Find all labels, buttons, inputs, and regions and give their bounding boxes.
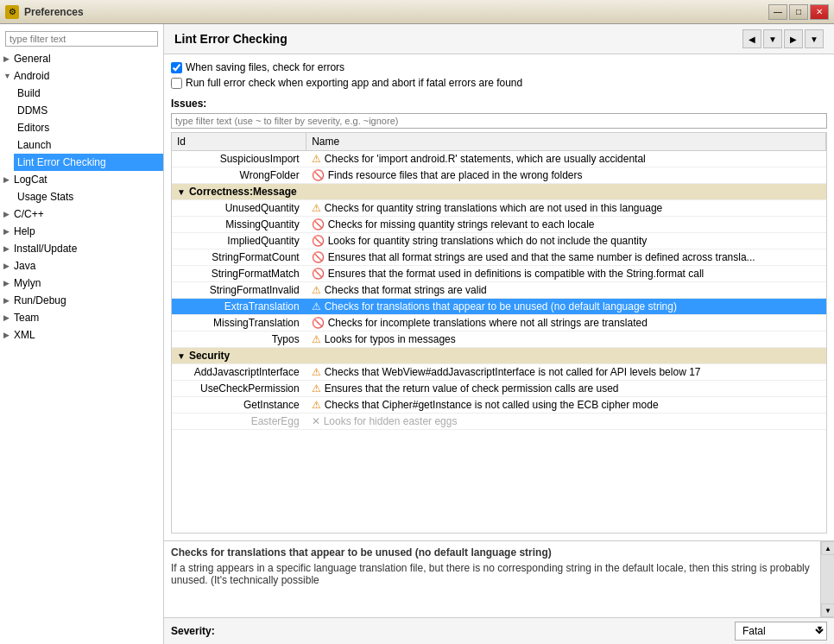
rundebug-arrow: ▶	[3, 296, 14, 305]
name-text: Finds resource files that are placed in …	[328, 169, 583, 181]
maximize-button[interactable]: □	[789, 4, 808, 20]
table-row[interactable]: StringFormatMatch🚫Ensures that the forma…	[172, 266, 826, 282]
table-row[interactable]: GetInstance⚠Checks that Cipher#getInstan…	[172, 397, 826, 414]
warn-icon: ⚠	[312, 399, 321, 411]
error-icon: 🚫	[312, 268, 325, 280]
table-row[interactable]: SuspiciousImport⚠Checks for 'import andr…	[172, 151, 826, 167]
error-icon: 🚫	[312, 317, 325, 329]
col-id-header: Id	[172, 133, 306, 151]
issues-filter-input[interactable]	[171, 113, 827, 129]
minimize-button[interactable]: —	[768, 4, 787, 20]
warn-icon: ⚠	[312, 202, 321, 214]
sidebar-filter-box	[0, 28, 163, 50]
table-row[interactable]: ▼Correctness:Message	[172, 184, 826, 200]
bottom-controls-row: Severity: Fatal Error Warning Informatio…	[164, 617, 834, 644]
table-row[interactable]: AddJavascriptInterface⚠Checks that WebVi…	[172, 364, 826, 381]
table-row[interactable]: Typos⚠Looks for typos in messages	[172, 331, 826, 348]
sidebar-label-help: Help	[14, 225, 35, 237]
java-arrow: ▶	[3, 262, 14, 270]
cell-id: UnusedQuantity	[172, 200, 306, 217]
name-text: Checks for missing quantity strings rele…	[328, 218, 595, 230]
checkbox-export-row: Run full error check when exporting app …	[171, 77, 827, 89]
sidebar-item-android[interactable]: ▼ Android	[0, 67, 163, 85]
bottom-desc-text: Checks for translations that appear to b…	[171, 546, 813, 559]
sidebar-label-general: General	[14, 53, 51, 65]
back-button[interactable]: ◀	[742, 29, 761, 48]
sidebar-label-launch: Launch	[17, 139, 51, 151]
sidebar-item-xml[interactable]: ▶ XML	[0, 326, 163, 344]
table-row[interactable]: StringFormatCount🚫Ensures that all forma…	[172, 249, 826, 266]
cell-name: 🚫Checks for incomplete translations wher…	[306, 315, 826, 331]
titlebar: ⚙ Preferences — □ ✕	[0, 0, 834, 24]
table-row[interactable]: ▼Security	[172, 348, 826, 364]
sidebar-item-help[interactable]: ▶ Help	[0, 223, 163, 240]
sidebar-label-team: Team	[14, 312, 39, 324]
sidebar-item-editors[interactable]: Editors	[14, 119, 163, 136]
table-row[interactable]: WrongFolder🚫Finds resource files that ar…	[172, 167, 826, 184]
bottom-panel: Checks for translations that appear to b…	[164, 540, 834, 644]
severity-select[interactable]: Fatal Error Warning Information Ignore	[735, 622, 827, 641]
sidebar-item-ddms[interactable]: DDMS	[14, 102, 163, 119]
sidebar-item-java[interactable]: ▶ Java	[0, 257, 163, 275]
checkbox-export-label: Run full error check when exporting app …	[186, 77, 522, 89]
sidebar-label-build: Build	[17, 87, 41, 99]
sidebar-label-ddms: DDMS	[17, 104, 47, 117]
sidebar-label-lint: Lint Error Checking	[17, 156, 106, 168]
sidebar-item-rundebug[interactable]: ▶ Run/Debug	[0, 292, 163, 309]
sidebar-label-editors: Editors	[17, 122, 49, 134]
table-row[interactable]: StringFormatInvalid⚠Checks that format s…	[172, 282, 826, 299]
sidebar: ▶ General ▼ Android Build DDMS	[0, 24, 164, 644]
checkbox-save[interactable]	[171, 62, 182, 73]
sidebar-item-lint[interactable]: Lint Error Checking	[14, 154, 163, 171]
close-button[interactable]: ✕	[810, 4, 829, 20]
sidebar-item-general[interactable]: ▶ General	[0, 50, 163, 67]
sidebar-item-build[interactable]: Build	[14, 85, 163, 102]
cell-id: StringFormatCount	[172, 249, 306, 266]
cell-id: ExtraTranslation	[172, 299, 306, 315]
sidebar-item-mylyn[interactable]: ▶ Mylyn	[0, 275, 163, 292]
sidebar-label-usagestats: Usage Stats	[17, 191, 73, 203]
cell-name: 🚫Looks for quantity string translations …	[306, 233, 826, 249]
table-row[interactable]: MissingQuantity🚫Checks for missing quant…	[172, 217, 826, 233]
cell-id: EasterEgg	[172, 414, 306, 430]
sidebar-item-logcat[interactable]: ▶ LogCat	[0, 171, 163, 188]
table-row[interactable]: MissingTranslation🚫Checks for incomplete…	[172, 315, 826, 331]
table-row[interactable]: ImpliedQuantity🚫Looks for quantity strin…	[172, 233, 826, 249]
sidebar-item-team[interactable]: ▶ Team	[0, 309, 163, 326]
back-dropdown-button[interactable]: ▼	[763, 29, 782, 48]
sidebar-item-usagestats[interactable]: Usage Stats	[14, 188, 163, 205]
disabled-icon: ✕	[312, 415, 320, 427]
warn-icon: ⚠	[312, 366, 321, 378]
cell-name: ⚠Checks that WebView#addJavascriptInterf…	[306, 364, 826, 381]
sidebar-label-logcat: LogCat	[14, 174, 47, 186]
name-text: Checks that Cipher#getInstance is not ca…	[325, 399, 659, 411]
table-row[interactable]: ExtraTranslation⚠Checks for translations…	[172, 299, 826, 315]
general-arrow: ▶	[3, 54, 14, 63]
desc-scroll-up[interactable]: ▲	[821, 541, 834, 555]
name-text: Looks for typos in messages	[325, 333, 456, 345]
table-row[interactable]: UnusedQuantity⚠Checks for quantity strin…	[172, 200, 826, 217]
cell-name: 🚫Ensures that all format strings are use…	[306, 249, 826, 266]
warn-icon: ⚠	[312, 153, 321, 165]
forward-dropdown-button[interactable]: ▼	[805, 29, 824, 48]
cell-id: StringFormatInvalid	[172, 282, 306, 299]
sidebar-label-mylyn: Mylyn	[14, 277, 41, 289]
checkbox-save-label: When saving files, check for errors	[186, 61, 344, 73]
name-text: Checks for 'import android.R' statements…	[325, 153, 646, 165]
desc-scroll-down[interactable]: ▼	[821, 603, 834, 617]
table-row[interactable]: UseCheckPermission⚠Ensures that the retu…	[172, 381, 826, 397]
severity-label: Severity:	[171, 625, 215, 637]
col-name-header: Name	[306, 133, 826, 151]
warn-icon: ⚠	[312, 333, 321, 345]
sidebar-item-installupdate[interactable]: ▶ Install/Update	[0, 240, 163, 257]
sidebar-item-cplusplus[interactable]: ▶ C/C++	[0, 205, 163, 223]
sidebar-item-launch[interactable]: Launch	[14, 136, 163, 154]
table-row[interactable]: EasterEgg✕Looks for hidden easter eggs	[172, 414, 826, 430]
sidebar-label-xml: XML	[14, 329, 35, 341]
sidebar-label-android: Android	[14, 70, 49, 82]
name-text: Checks for incomplete translations where…	[328, 317, 648, 329]
app-icon: ⚙	[5, 5, 19, 19]
sidebar-filter-input[interactable]	[5, 31, 158, 47]
checkbox-export[interactable]	[171, 78, 182, 89]
forward-button[interactable]: ▶	[784, 29, 803, 48]
